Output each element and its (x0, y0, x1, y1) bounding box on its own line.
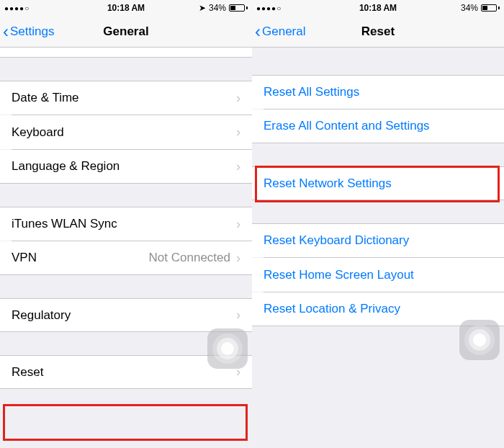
vpn-status: Not Connected (149, 251, 230, 265)
location-icon: ➤ (199, 3, 206, 13)
assistive-touch-button[interactable] (459, 320, 500, 360)
status-time: 10:18 AM (359, 3, 397, 13)
chevron-right-icon: › (236, 308, 240, 323)
back-button[interactable]: ‹ Settings (0, 23, 54, 40)
battery-percent: 34% (461, 3, 478, 13)
status-bar: ●●●●○ 10:18 AM ➤ 34% (0, 0, 252, 16)
chevron-right-icon: › (236, 217, 240, 232)
row-vpn[interactable]: VPN Not Connected › (0, 241, 252, 275)
screen-reset: ●●●●○ 10:18 AM 34% ‹ General Reset Reset… (252, 0, 504, 448)
signal-dots: ●●●●○ (4, 4, 30, 12)
battery-icon (229, 4, 248, 12)
nav-title: General (103, 24, 148, 39)
row-regulatory[interactable]: Regulatory › (0, 298, 252, 332)
chevron-right-icon: › (236, 91, 240, 106)
battery-icon (481, 4, 500, 12)
settings-list: Date & Time › Keyboard › Language & Regi… (0, 48, 252, 448)
back-button[interactable]: ‹ General (252, 23, 305, 40)
chevron-right-icon: › (236, 125, 240, 140)
reset-list: Reset All Settings Erase All Content and… (252, 48, 504, 448)
back-label: General (262, 24, 305, 39)
chevron-right-icon: › (236, 159, 240, 174)
row-erase-all-content[interactable]: Erase All Content and Settings (252, 109, 504, 143)
nav-title: Reset (361, 24, 395, 39)
back-label: Settings (10, 24, 54, 39)
partial-prev-row (0, 48, 252, 58)
signal-dots: ●●●●○ (256, 4, 282, 12)
chevron-left-icon: ‹ (255, 23, 261, 40)
highlight-reset (3, 404, 248, 441)
screen-general: ●●●●○ 10:18 AM ➤ 34% ‹ Settings General (0, 0, 252, 448)
nav-bar: ‹ Settings General (0, 16, 252, 48)
row-language-region[interactable]: Language & Region › (0, 150, 252, 184)
battery-percent: 34% (209, 3, 226, 13)
status-bar: ●●●●○ 10:18 AM 34% (252, 0, 504, 16)
chevron-right-icon: › (236, 251, 240, 266)
chevron-left-icon: ‹ (3, 23, 9, 40)
row-reset-all-settings[interactable]: Reset All Settings (252, 75, 504, 109)
assistive-touch-button[interactable] (207, 328, 248, 369)
row-reset-keyboard-dictionary[interactable]: Reset Keyboard Dictionary (252, 223, 504, 257)
row-itunes-wlan-sync[interactable]: iTunes WLAN Sync › (0, 207, 252, 241)
row-keyboard[interactable]: Keyboard › (0, 115, 252, 149)
status-time: 10:18 AM (107, 3, 145, 13)
row-date-time[interactable]: Date & Time › (0, 81, 252, 115)
nav-bar: ‹ General Reset (252, 16, 504, 48)
row-reset-home-screen[interactable]: Reset Home Screen Layout (252, 258, 504, 292)
row-reset-network-settings[interactable]: Reset Network Settings (252, 166, 504, 200)
